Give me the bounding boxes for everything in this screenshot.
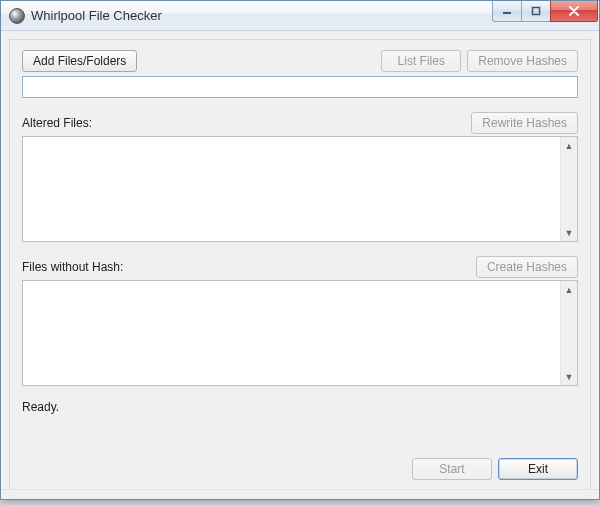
- altered-textarea-wrap: ▲ ▼: [22, 136, 578, 242]
- statusbar: [1, 489, 599, 499]
- altered-header: Altered Files: Rewrite Hashes: [22, 112, 578, 134]
- minimize-icon: [502, 6, 512, 16]
- status-text: Ready.: [22, 400, 578, 414]
- svg-rect-0: [503, 12, 511, 14]
- window-title: Whirlpool File Checker: [31, 8, 162, 23]
- path-input[interactable]: [22, 76, 578, 98]
- path-field-wrapper: [22, 76, 578, 112]
- scroll-down-icon: ▼: [561, 368, 577, 385]
- altered-group: Altered Files: Rewrite Hashes ▲ ▼: [22, 112, 578, 242]
- svg-rect-1: [533, 7, 540, 14]
- start-button[interactable]: Start: [412, 458, 492, 480]
- minimize-button[interactable]: [492, 1, 522, 22]
- add-files-button[interactable]: Add Files/Folders: [22, 50, 137, 72]
- close-icon: [568, 6, 580, 16]
- exit-button[interactable]: Exit: [498, 458, 578, 480]
- rewrite-hashes-button[interactable]: Rewrite Hashes: [471, 112, 578, 134]
- titlebar[interactable]: Whirlpool File Checker: [1, 1, 599, 31]
- without-scrollbar[interactable]: ▲ ▼: [560, 281, 577, 385]
- window-controls: [493, 1, 599, 22]
- app-window: Whirlpool File Checker Add Files/Folders…: [0, 0, 600, 500]
- scroll-up-icon: ▲: [561, 281, 577, 298]
- main-panel: Add Files/Folders List Files Remove Hash…: [9, 39, 591, 491]
- without-label: Files without Hash:: [22, 260, 123, 274]
- list-files-button[interactable]: List Files: [381, 50, 461, 72]
- without-group: Files without Hash: Create Hashes ▲ ▼: [22, 256, 578, 386]
- maximize-icon: [531, 6, 541, 16]
- altered-scrollbar[interactable]: ▲ ▼: [560, 137, 577, 241]
- altered-textarea[interactable]: [23, 137, 560, 241]
- app-icon: [9, 8, 25, 24]
- altered-label: Altered Files:: [22, 116, 92, 130]
- content-area: Add Files/Folders List Files Remove Hash…: [1, 31, 599, 499]
- without-header: Files without Hash: Create Hashes: [22, 256, 578, 278]
- top-button-row: Add Files/Folders List Files Remove Hash…: [22, 50, 578, 72]
- maximize-button[interactable]: [521, 1, 551, 22]
- without-textarea[interactable]: [23, 281, 560, 385]
- remove-hashes-button[interactable]: Remove Hashes: [467, 50, 578, 72]
- without-textarea-wrap: ▲ ▼: [22, 280, 578, 386]
- scroll-down-icon: ▼: [561, 224, 577, 241]
- create-hashes-button[interactable]: Create Hashes: [476, 256, 578, 278]
- bottom-button-row: Start Exit: [412, 458, 578, 480]
- scroll-up-icon: ▲: [561, 137, 577, 154]
- close-button[interactable]: [550, 1, 598, 22]
